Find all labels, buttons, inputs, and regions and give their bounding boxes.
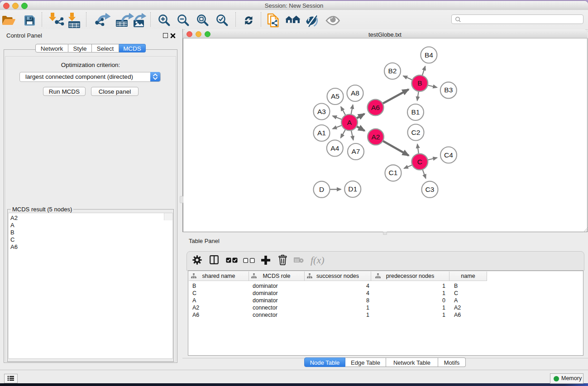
svg-text:B3: B3 xyxy=(444,86,453,94)
svg-text:B2: B2 xyxy=(388,67,397,75)
svg-text:A7: A7 xyxy=(352,148,360,155)
svg-text:C1: C1 xyxy=(389,169,398,176)
svg-text:C4: C4 xyxy=(444,151,453,159)
svg-text:A4: A4 xyxy=(330,144,339,152)
svg-text:A1: A1 xyxy=(317,129,326,137)
svg-text:B: B xyxy=(417,79,422,87)
svg-text:C3: C3 xyxy=(425,186,435,193)
svg-text:B1: B1 xyxy=(411,108,420,116)
svg-text:A5: A5 xyxy=(331,92,339,100)
svg-text:A8: A8 xyxy=(351,89,359,97)
svg-text:A3: A3 xyxy=(317,108,326,115)
svg-text:C: C xyxy=(417,158,422,166)
svg-text:D: D xyxy=(319,186,324,193)
svg-text:C2: C2 xyxy=(411,129,421,136)
svg-text:D1: D1 xyxy=(348,185,357,193)
svg-text:A: A xyxy=(347,119,352,126)
svg-text:B4: B4 xyxy=(425,51,433,59)
svg-text:A2: A2 xyxy=(372,133,380,141)
svg-text:A6: A6 xyxy=(371,104,380,111)
